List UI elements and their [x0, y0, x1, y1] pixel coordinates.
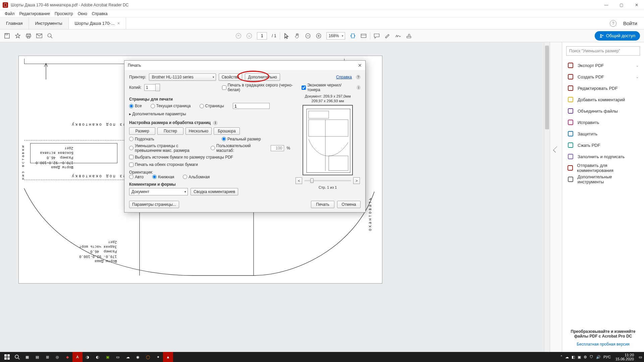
share-button[interactable]: Общий доступ: [595, 31, 640, 41]
svg-rect-18: [407, 36, 411, 38]
highlight-icon[interactable]: [384, 33, 390, 39]
print-icon[interactable]: [25, 33, 32, 39]
svg-point-8: [236, 33, 241, 38]
zoom-out-icon[interactable]: [305, 33, 311, 39]
svg-line-7: [51, 37, 52, 38]
login-button[interactable]: Войти: [623, 20, 637, 26]
tab-home[interactable]: Главная: [0, 17, 29, 29]
svg-rect-3: [26, 35, 31, 37]
tab-tools[interactable]: Инструменты: [29, 17, 68, 29]
menu-window[interactable]: Окно: [76, 11, 89, 17]
maximize-button[interactable]: ▢: [614, 0, 629, 10]
zoom-in-icon[interactable]: [316, 33, 322, 39]
save-icon[interactable]: [4, 33, 10, 39]
page-total: / 1: [272, 34, 276, 38]
svg-point-6: [48, 34, 51, 37]
page-up-icon[interactable]: [235, 33, 241, 39]
svg-rect-0: [5, 34, 9, 38]
find-icon[interactable]: [47, 33, 53, 39]
zoom-dropdown[interactable]: 168%: [326, 32, 345, 40]
page-number-input[interactable]: [257, 32, 267, 40]
svg-point-20: [602, 35, 603, 36]
menu-file[interactable]: Файл: [3, 11, 17, 17]
help-icon[interactable]: ?: [610, 20, 616, 27]
fit-width-icon[interactable]: [350, 33, 356, 39]
tab-close-icon[interactable]: ×: [117, 21, 120, 26]
hand-icon[interactable]: [294, 33, 300, 39]
svg-rect-4: [27, 36, 30, 38]
star-icon[interactable]: [15, 33, 21, 39]
stamp-icon[interactable]: [406, 33, 412, 39]
tab-document[interactable]: Шорты Даша 170-... ×: [69, 17, 126, 29]
window-titlebar: Шорты Даша 170-46 миниатюра.pdf - Adobe …: [0, 0, 644, 10]
tabs-bar: Главная Инструменты Шорты Даша 170-... ×…: [0, 17, 644, 29]
menu-help[interactable]: Справка: [90, 11, 110, 17]
tab-document-label: Шорты Даша 170-...: [75, 21, 115, 26]
svg-point-19: [600, 34, 602, 36]
page-down-icon[interactable]: [246, 33, 252, 39]
svg-point-9: [247, 33, 252, 38]
window-title: Шорты Даша 170-46 миниатюра.pdf - Adobe …: [11, 3, 128, 7]
sign-icon[interactable]: [395, 33, 401, 39]
close-button[interactable]: ✕: [629, 0, 644, 10]
toolbar: / 1 168% Общий доступ: [0, 29, 644, 42]
menu-view[interactable]: Просмотр: [53, 11, 75, 17]
app-icon: [3, 2, 8, 8]
comment-icon[interactable]: [374, 33, 380, 39]
fit-page-icon[interactable]: [361, 33, 367, 39]
svg-rect-16: [361, 34, 366, 38]
mail-icon[interactable]: [36, 33, 42, 39]
menu-edit[interactable]: Редактирование: [17, 11, 52, 17]
people-icon: [599, 34, 604, 38]
minimize-button[interactable]: —: [599, 0, 614, 10]
menu-bar: Файл Редактирование Просмотр Окно Справк…: [0, 10, 644, 17]
svg-rect-15: [352, 34, 355, 38]
cursor-icon[interactable]: [283, 33, 289, 39]
